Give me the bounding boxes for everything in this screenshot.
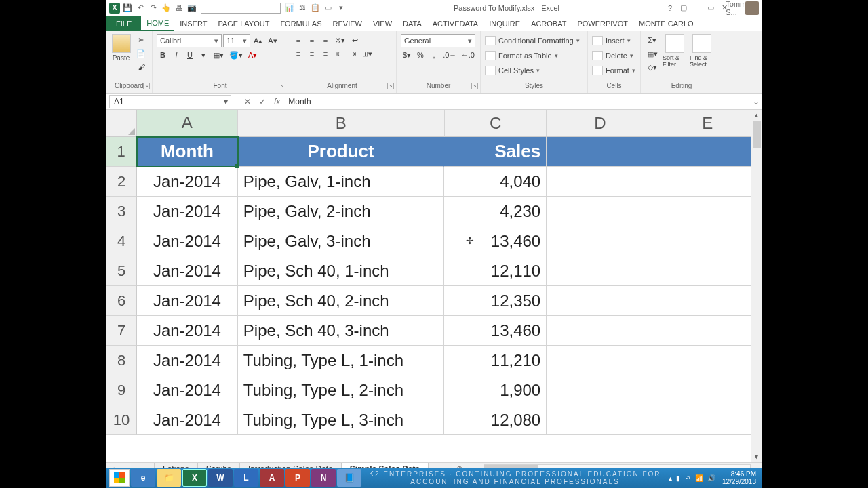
tray-network-icon[interactable]: 📶 [695, 474, 703, 482]
tab-activedata[interactable]: ACTIVEDATA [427, 16, 484, 31]
dialog-launcher-icon[interactable]: ↘ [279, 83, 285, 89]
spreadsheet-grid[interactable]: ABCDE 12345678910 MonthProductSalesJan-2… [106, 110, 762, 462]
tab-formulas[interactable]: FORMULAS [275, 16, 327, 31]
tab-home[interactable]: HOME [141, 16, 174, 31]
row-header[interactable]: 8 [106, 346, 137, 375]
cell[interactable]: Jan-2014 [137, 375, 238, 405]
column-header[interactable]: B [238, 110, 445, 137]
tab-review[interactable]: REVIEW [328, 16, 368, 31]
underline-button[interactable]: U [184, 49, 196, 61]
row-header[interactable]: 9 [106, 375, 137, 405]
align-bottom-icon[interactable]: ≡ [319, 34, 332, 46]
row-header[interactable]: 10 [106, 405, 137, 435]
cell[interactable]: Tubing, Type L, 2-inch [238, 375, 445, 405]
cell[interactable]: Jan-2014 [137, 316, 238, 346]
grow-font-icon[interactable]: A▴ [252, 35, 264, 47]
column-header[interactable]: C [445, 110, 547, 137]
taskbar-powerpoint-icon[interactable]: P [285, 469, 310, 487]
format-cells-button[interactable]: Format▾ [592, 64, 635, 77]
decrease-decimal-icon[interactable]: ←.0 [460, 49, 477, 61]
help-icon[interactable]: ? [664, 2, 676, 14]
cell[interactable] [547, 286, 654, 316]
tray-volume-icon[interactable]: 🔊 [707, 474, 715, 482]
row-header[interactable]: 2 [106, 167, 137, 197]
cell[interactable]: Jan-2014 [137, 197, 238, 226]
borders-button[interactable]: ▦▾ [211, 49, 226, 61]
cell[interactable]: Jan-2014 [137, 226, 238, 256]
cancel-formula-icon[interactable]: ✕ [240, 97, 255, 106]
user-name[interactable]: Tommy S... [732, 2, 744, 14]
row-header[interactable]: 1 [106, 137, 137, 167]
clock[interactable]: 8:46 PM 12/29/2013 [719, 470, 759, 485]
tab-file[interactable]: FILE [106, 16, 141, 31]
cell[interactable]: 4,040 [444, 167, 547, 197]
cell[interactable]: Pipe, Galv, 1-inch [238, 167, 445, 197]
cell[interactable]: Product [238, 137, 445, 167]
format-painter-icon[interactable]: 🖌 [134, 61, 148, 73]
align-middle-icon[interactable]: ≡ [306, 34, 318, 46]
wrap-text-icon[interactable]: ↩ [349, 34, 361, 46]
align-center-icon[interactable]: ≡ [306, 47, 318, 60]
cell[interactable] [547, 137, 654, 167]
cell[interactable]: 4,230 [444, 197, 547, 226]
tray-flag-icon[interactable]: 🏳 [684, 474, 691, 482]
autosum-icon[interactable]: Σ▾ [645, 34, 660, 46]
cell[interactable]: Tubing, Type L, 1-inch [238, 346, 445, 375]
cell[interactable] [654, 167, 762, 197]
row-header[interactable]: 5 [106, 256, 137, 286]
cell[interactable] [654, 405, 762, 435]
maximize-icon[interactable]: ▭ [705, 2, 717, 14]
dialog-launcher-icon[interactable]: ↘ [471, 83, 478, 89]
cell[interactable]: Jan-2014 [137, 346, 238, 375]
qat-window-icon[interactable]: ▭ [323, 3, 334, 14]
avatar[interactable] [745, 1, 759, 15]
chevron-down-icon[interactable]: ▾ [220, 97, 231, 106]
orientation-icon[interactable]: ⤭▾ [333, 34, 347, 46]
cell[interactable]: Pipe, Sch 40, 2-inch [238, 286, 445, 316]
taskbar-word-icon[interactable]: W [208, 469, 233, 487]
name-box[interactable]: A1▾ [109, 95, 231, 108]
cell[interactable] [547, 405, 654, 435]
cell[interactable] [547, 316, 654, 346]
cell[interactable]: Jan-2014 [137, 256, 238, 286]
percent-format-icon[interactable]: % [414, 49, 427, 61]
align-top-icon[interactable]: ≡ [292, 34, 304, 46]
conditional-formatting-button[interactable]: Conditional Formatting▾ [485, 34, 580, 47]
tab-data[interactable]: DATA [397, 16, 427, 31]
row-header[interactable]: 7 [106, 316, 137, 346]
column-header[interactable]: D [547, 110, 654, 137]
italic-button[interactable]: I [170, 49, 182, 61]
tab-view[interactable]: VIEW [368, 16, 397, 31]
cell[interactable] [654, 375, 762, 405]
increase-decimal-icon[interactable]: .0→ [441, 49, 458, 61]
qat-touch-icon[interactable]: 👆 [161, 3, 172, 14]
font-size-combo[interactable]: 11▾ [223, 34, 250, 47]
cell[interactable] [654, 256, 762, 286]
row-header[interactable]: 3 [106, 197, 137, 226]
taskbar-lync-icon[interactable]: L [234, 469, 258, 487]
cell[interactable] [547, 167, 654, 197]
minimize-icon[interactable]: — [691, 2, 703, 14]
tab-monte-carlo[interactable]: Monte Carlo [633, 16, 699, 31]
qat-chart-icon[interactable]: 📊 [284, 3, 295, 14]
taskbar-explorer-icon[interactable]: 📁 [157, 469, 181, 487]
formula-input[interactable]: Month [284, 97, 751, 106]
cell[interactable] [654, 137, 762, 167]
cell[interactable] [547, 256, 654, 286]
taskbar-app-icon[interactable]: 📘 [337, 469, 361, 487]
increase-indent-icon[interactable]: ⇥ [347, 47, 359, 60]
taskbar-ie-icon[interactable]: e [131, 469, 155, 487]
enter-formula-icon[interactable]: ✓ [255, 97, 270, 106]
decrease-indent-icon[interactable]: ⇤ [333, 47, 345, 60]
font-color-button[interactable]: A▾ [246, 49, 259, 61]
bold-button[interactable]: B [157, 49, 169, 61]
tab-inquire[interactable]: INQUIRE [484, 16, 526, 31]
sort-filter-button[interactable]: Sort & Filter [663, 34, 687, 68]
tab-insert[interactable]: INSERT [174, 16, 212, 31]
ribbon-options-icon[interactable]: ▢ [677, 2, 690, 14]
cell[interactable] [547, 346, 654, 375]
cell[interactable]: Jan-2014 [137, 405, 238, 435]
cell[interactable] [654, 316, 762, 346]
scroll-up-icon[interactable]: ▲ [751, 110, 762, 121]
merge-center-icon[interactable]: ⊞▾ [360, 47, 374, 60]
